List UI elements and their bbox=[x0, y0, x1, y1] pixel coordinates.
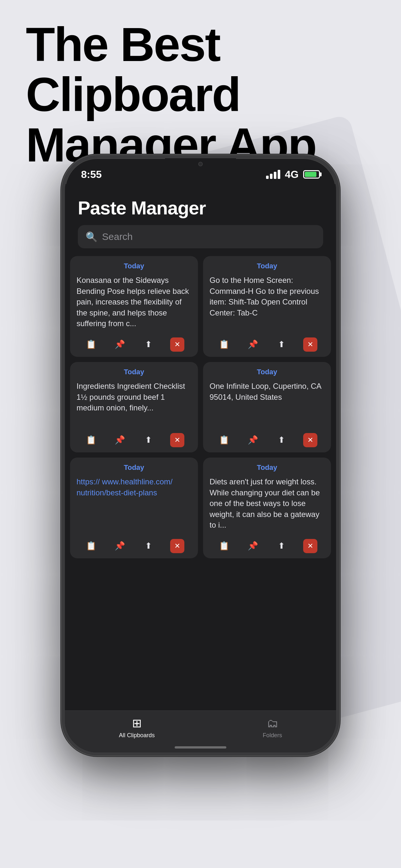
copy-button-5[interactable]: 📋 bbox=[84, 539, 98, 553]
search-icon: 🔍 bbox=[86, 231, 97, 243]
search-placeholder: Search bbox=[102, 231, 133, 242]
battery-fill bbox=[305, 172, 316, 177]
tab-bar: ⊞ All Clipboards 🗂 Folders bbox=[65, 710, 336, 752]
card-date-4: Today bbox=[210, 368, 325, 376]
status-right: 4G bbox=[266, 168, 320, 181]
card-actions-2: 📋 📌 ⬆ ✕ bbox=[210, 334, 325, 352]
share-button-5[interactable]: ⬆ bbox=[142, 539, 156, 553]
clipboard-card-3[interactable]: Today Ingredients Ingredient Checklist 1… bbox=[70, 362, 198, 453]
camera-dot bbox=[198, 162, 203, 166]
card-date-3: Today bbox=[76, 368, 191, 376]
battery-icon bbox=[303, 170, 320, 179]
silent-button bbox=[62, 242, 62, 261]
signal-bar-3 bbox=[274, 172, 276, 179]
card-date-1: Today bbox=[76, 262, 191, 270]
home-indicator bbox=[175, 746, 226, 748]
card-text-2: Go to the Home Screen: Command-H Go to t… bbox=[210, 275, 325, 329]
pin-button-2[interactable]: 📌 bbox=[246, 337, 260, 352]
phone-mockup: 8:55 4G Paste Manager 🔍 S bbox=[62, 155, 339, 755]
copy-button-6[interactable]: 📋 bbox=[217, 539, 231, 553]
card-date-6: Today bbox=[210, 463, 325, 472]
share-button-3[interactable]: ⬆ bbox=[142, 433, 156, 447]
share-button-1[interactable]: ⬆ bbox=[142, 337, 156, 352]
signal-bar-2 bbox=[270, 174, 273, 179]
clipboard-card-5[interactable]: Today https:// www.healthline.com/ nutri… bbox=[70, 458, 198, 558]
card-date-2: Today bbox=[210, 262, 325, 270]
clipboard-card-6[interactable]: Today Diets aren't just for weight loss.… bbox=[203, 458, 331, 558]
tab-all-clipboards-label: All Clipboards bbox=[119, 732, 155, 739]
tab-all-clipboards[interactable]: ⊞ All Clipboards bbox=[119, 717, 155, 739]
card-text-1: Konasana or the Sideways Bending Pose he… bbox=[76, 275, 191, 329]
card-actions-5: 📋 📌 ⬆ ✕ bbox=[76, 535, 191, 553]
card-actions-3: 📋 📌 ⬆ ✕ bbox=[76, 429, 191, 447]
pin-button-5[interactable]: 📌 bbox=[113, 539, 127, 553]
delete-button-5[interactable]: ✕ bbox=[170, 539, 184, 553]
card-text-6: Diets aren't just for weight loss. While… bbox=[210, 476, 325, 531]
share-button-4[interactable]: ⬆ bbox=[274, 433, 289, 447]
volume-down-button bbox=[62, 310, 62, 339]
share-button-6[interactable]: ⬆ bbox=[274, 539, 289, 553]
card-date-5: Today bbox=[76, 463, 191, 472]
copy-button-2[interactable]: 📋 bbox=[217, 337, 231, 352]
pin-button-3[interactable]: 📌 bbox=[113, 433, 127, 447]
phone-frame: 8:55 4G Paste Manager 🔍 S bbox=[62, 155, 339, 755]
copy-button-4[interactable]: 📋 bbox=[217, 433, 231, 447]
signal-bar-1 bbox=[266, 176, 269, 179]
tab-folders[interactable]: 🗂 Folders bbox=[263, 717, 282, 739]
delete-button-6[interactable]: ✕ bbox=[303, 539, 317, 553]
marketing-headline: The Best Clipboard Manager App bbox=[26, 20, 375, 170]
delete-button-2[interactable]: ✕ bbox=[303, 337, 317, 352]
dynamic-island bbox=[165, 158, 236, 170]
card-actions-1: 📋 📌 ⬆ ✕ bbox=[76, 334, 191, 352]
volume-up-button bbox=[62, 275, 62, 304]
status-time: 8:55 bbox=[81, 168, 102, 181]
card-actions-6: 📋 📌 ⬆ ✕ bbox=[210, 535, 325, 553]
signal-bar-4 bbox=[278, 170, 280, 179]
signal-bars bbox=[266, 170, 280, 179]
search-bar[interactable]: 🔍 Search bbox=[78, 225, 323, 248]
all-clipboards-icon: ⊞ bbox=[132, 717, 142, 730]
clipboard-card-2[interactable]: Today Go to the Home Screen: Command-H G… bbox=[203, 256, 331, 357]
tab-folders-label: Folders bbox=[263, 732, 282, 739]
delete-button-4[interactable]: ✕ bbox=[303, 433, 317, 447]
delete-button-3[interactable]: ✕ bbox=[170, 433, 184, 447]
network-type: 4G bbox=[285, 168, 299, 181]
cards-grid: Today Konasana or the Sideways Bending P… bbox=[65, 256, 336, 558]
folders-icon: 🗂 bbox=[267, 717, 278, 730]
share-button-2[interactable]: ⬆ bbox=[274, 337, 289, 352]
card-text-3: Ingredients Ingredient Checklist 1½ poun… bbox=[76, 381, 191, 425]
pin-button-1[interactable]: 📌 bbox=[113, 337, 127, 352]
delete-button-1[interactable]: ✕ bbox=[170, 337, 184, 352]
clipboard-card-4[interactable]: Today One Infinite Loop, Cupertino, CA 9… bbox=[203, 362, 331, 453]
card-actions-4: 📋 📌 ⬆ ✕ bbox=[210, 429, 325, 447]
clipboard-card-1[interactable]: Today Konasana or the Sideways Bending P… bbox=[70, 256, 198, 357]
app-content: Paste Manager 🔍 Search Today Konasana or… bbox=[65, 184, 336, 752]
pin-button-6[interactable]: 📌 bbox=[246, 539, 260, 553]
copy-button-3[interactable]: 📋 bbox=[84, 433, 98, 447]
card-text-5: https:// www.healthline.com/ nutrition/b… bbox=[76, 476, 191, 531]
app-title: Paste Manager bbox=[65, 184, 336, 225]
pin-button-4[interactable]: 📌 bbox=[246, 433, 260, 447]
card-text-4: One Infinite Loop, Cupertino, CA 95014, … bbox=[210, 381, 325, 425]
copy-button-1[interactable]: 📋 bbox=[84, 337, 98, 352]
